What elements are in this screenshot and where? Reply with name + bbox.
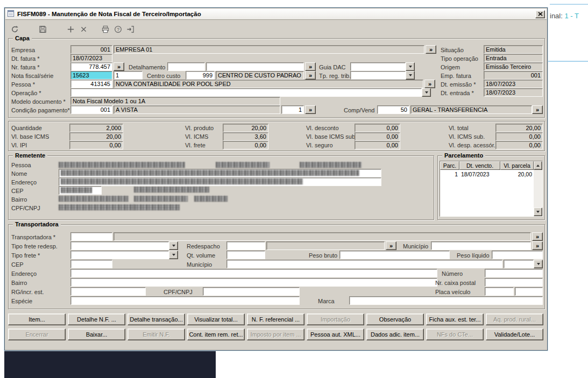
- condicao-pagamento-label: Condição pagamento*: [11, 106, 70, 115]
- uf-value[interactable]: [504, 260, 534, 268]
- guia-dac-value[interactable]: [350, 62, 406, 71]
- nr-fatura-lookup-button[interactable]: »: [114, 62, 124, 71]
- empresa-lookup-button[interactable]: »: [426, 45, 436, 54]
- marca-field[interactable]: [349, 296, 543, 305]
- remetente-cpf-cnpj-label: CPF/CNPJ: [11, 204, 40, 212]
- cep-field[interactable]: [70, 260, 112, 268]
- condicao-parcelas-field[interactable]: 1: [281, 105, 304, 114]
- background-accent-line-top: [550, 4, 588, 5]
- placa-veiculo-field[interactable]: [485, 287, 514, 296]
- vl-icms-field: 3,60: [223, 132, 268, 141]
- tipo-frete-combobox[interactable]: [70, 251, 178, 259]
- tipo-frete-redesp-dropdown-button[interactable]: [169, 241, 178, 250]
- municipio-redesp-lookup-button[interactable]: »: [532, 241, 543, 250]
- delete-button[interactable]: [77, 23, 90, 35]
- operacao-value[interactable]: [70, 88, 422, 97]
- guia-dac-dropdown-button[interactable]: [406, 62, 415, 71]
- municipio-redesp-field[interactable]: [431, 241, 531, 250]
- parcelamento-cell-parc[interactable]: 1: [440, 170, 459, 179]
- comp-vend-lookup-button[interactable]: »: [532, 105, 543, 114]
- pessoa-code-field[interactable]: 413145: [70, 80, 112, 88]
- pessoa-lookup-button[interactable]: »: [424, 80, 435, 88]
- pessoa-aut-xml-button[interactable]: Pessoa aut. XML...: [307, 329, 364, 340]
- situacao-label: Situação: [441, 46, 464, 54]
- transportadora-lookup-button[interactable]: »: [532, 232, 543, 241]
- bairro-field[interactable]: [70, 278, 437, 287]
- parcelamento-header-vl-parcela[interactable]: Vl. parcela: [500, 161, 534, 170]
- municipio-field[interactable]: [226, 260, 502, 268]
- redespacho-lookup-button[interactable]: »: [386, 241, 396, 250]
- ficha-aux-est-ter-button[interactable]: Ficha aux. est. ter...: [426, 313, 484, 325]
- terminal-value-fragment: 1 - T: [564, 12, 579, 20]
- scroll-down-button[interactable]: [534, 208, 542, 216]
- tp-reg-trib-dropdown-button[interactable]: [406, 71, 415, 80]
- nr-caixa-postal-label: Nr. caixa postal: [435, 279, 476, 287]
- tp-reg-trib-value[interactable]: [350, 71, 406, 80]
- detalhamento-lookup-button[interactable]: »: [305, 62, 316, 71]
- tipo-frete-redesp-value[interactable]: [70, 241, 169, 250]
- tipo-frete-dropdown-button[interactable]: [169, 251, 178, 259]
- detalhamento-name-field[interactable]: [206, 62, 304, 71]
- nf-referencial-button[interactable]: N. F. referencial ...: [247, 313, 304, 325]
- condicao-pagamento-code-field[interactable]: 001: [70, 105, 112, 114]
- title-bar[interactable]: FISFM089 - Manutenção de Nota Fiscal de …: [5, 9, 547, 20]
- peso-bruto-field[interactable]: [339, 251, 450, 259]
- guia-dac-combobox[interactable]: [350, 62, 415, 71]
- placa-uf-field[interactable]: [515, 287, 543, 296]
- centro-custo-name-field: CENTRO DE CUSTO PADRAO: [216, 71, 304, 80]
- centro-custo-lookup-button[interactable]: »: [305, 71, 316, 80]
- tp-reg-trib-combobox[interactable]: [350, 71, 415, 80]
- nr-fatura-field[interactable]: 778.457: [70, 62, 112, 71]
- uf-combobox[interactable]: [504, 260, 543, 268]
- redacted-text: [134, 204, 180, 210]
- centro-custo-code-field[interactable]: 999: [186, 71, 215, 80]
- dados-adic-item-button[interactable]: Dados adic. item...: [366, 329, 424, 340]
- cont-item-rem-ret-button[interactable]: Cont. item rem. ret...: [187, 329, 245, 340]
- observacao-button[interactable]: Observação: [366, 313, 424, 325]
- transportadora-code-field[interactable]: [70, 232, 112, 241]
- qt-volume-field[interactable]: [226, 251, 265, 259]
- detalhamento-code-field[interactable]: [167, 62, 205, 71]
- uf-dropdown-button[interactable]: [534, 260, 543, 268]
- peso-liquido-field[interactable]: [492, 251, 543, 259]
- validade-lote-button[interactable]: Validade/Lote...: [486, 329, 543, 340]
- baixar-button[interactable]: Baixar...: [68, 329, 125, 340]
- exit-button[interactable]: [124, 23, 137, 35]
- vl-ipi-label: Vl. IPI: [11, 141, 27, 149]
- print-button[interactable]: [99, 23, 112, 35]
- help-button[interactable]: ?: [111, 23, 124, 35]
- tipo-frete-value[interactable]: [70, 251, 169, 259]
- vl-total-label: Vl. total: [449, 124, 469, 132]
- detalhe-nf-button[interactable]: Detalhe N.F. ...: [68, 313, 125, 325]
- parcelamento-header-dt-vencto[interactable]: Dt. vencto.: [459, 161, 500, 170]
- undo-button[interactable]: [8, 23, 21, 35]
- operacao-combobox[interactable]: [70, 88, 431, 97]
- new-button[interactable]: [64, 23, 77, 35]
- redespacho-code-field[interactable]: [226, 241, 265, 250]
- nr-caixa-postal-field[interactable]: [485, 278, 543, 287]
- tipo-frete-redesp-combobox[interactable]: [70, 241, 178, 250]
- parcelamento-cell-vl-parcela[interactable]: 20,00: [500, 170, 534, 179]
- item-button[interactable]: Item...: [8, 313, 66, 325]
- condicao-pagamento-lookup-button[interactable]: »: [305, 105, 316, 114]
- scrollbar-track[interactable]: [534, 170, 542, 208]
- parcelamento-cell-dt-vencto[interactable]: 18/07/2023: [459, 170, 500, 179]
- especie-field[interactable]: [70, 296, 300, 305]
- endereco-field[interactable]: [70, 269, 437, 277]
- detalhe-transacao-button[interactable]: Detalhe transação...: [127, 313, 185, 325]
- dialog-fisfm089: FISFM089 - Manutenção de Nota Fiscal de …: [4, 8, 548, 351]
- serie-field[interactable]: 1: [114, 71, 143, 80]
- scroll-up-button[interactable]: [534, 161, 542, 170]
- cpf-cnpj-field[interactable]: [203, 287, 300, 296]
- exit-icon: [126, 25, 134, 33]
- vl-base-icms-sub-label: Vl. base ICMS sub.: [306, 132, 357, 141]
- numero-field[interactable]: [485, 269, 543, 277]
- visualizar-total-button[interactable]: Visualizar total...: [187, 313, 245, 325]
- rg-incr-est-field[interactable]: [70, 287, 146, 296]
- close-button[interactable]: [535, 10, 545, 18]
- save-button[interactable]: [36, 23, 49, 35]
- nota-fiscal-field[interactable]: 15623: [70, 71, 112, 80]
- parcelamento-header-parc[interactable]: Parc.: [440, 161, 459, 170]
- comp-vend-code-field[interactable]: 50: [377, 105, 409, 114]
- operacao-dropdown-button[interactable]: [422, 88, 431, 97]
